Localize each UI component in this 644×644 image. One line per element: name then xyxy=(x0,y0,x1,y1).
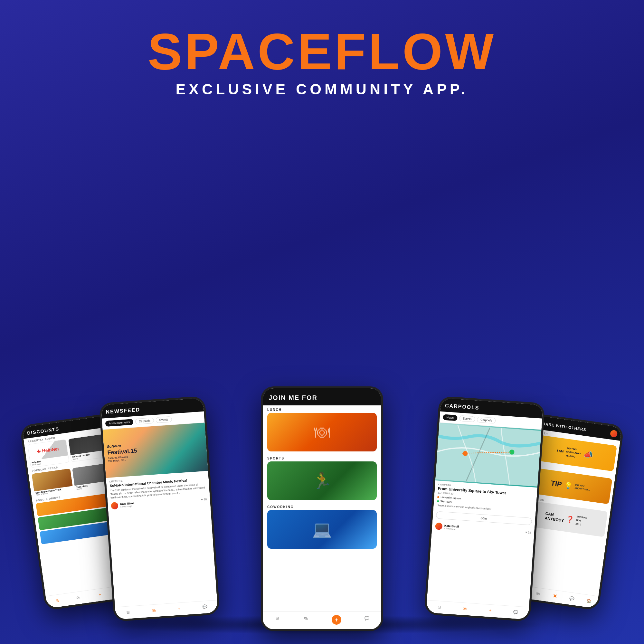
carpool-likes: ♥ 28 xyxy=(525,531,531,534)
tip-text: TIP xyxy=(550,479,563,489)
lunch-icon: 🍽 xyxy=(314,423,330,441)
bottom-nav-3: ⊟ 🛍 + 💬 xyxy=(263,611,381,629)
tip-did-you: DID YOUKNOW THAT... xyxy=(574,483,591,492)
sports-label: SPORTS xyxy=(263,454,381,461)
sports-icon: 🏃 xyxy=(312,471,332,490)
tab-carpools-tab[interactable]: Carpools xyxy=(477,417,496,424)
nav-home-icon-2[interactable]: ⊟ xyxy=(125,609,131,616)
header: SPACEFLOW EXCLUSIVE COMMUNITY APP. xyxy=(0,0,644,111)
post-festival-image: SoNoRo Festival.15 Pasărea MăiastrăThe M… xyxy=(102,423,208,478)
tip-content: TIP 💡 DID YOUKNOW THAT... xyxy=(547,475,594,496)
festival-overlay: SoNoRo Festival.15 Pasărea MăiastrăThe M… xyxy=(102,423,208,478)
coworking-card[interactable]: 💻 xyxy=(267,510,377,549)
tab-carpools[interactable]: Carpools xyxy=(135,418,154,425)
coworking-label: COWORKING xyxy=(263,503,381,510)
phones-container: DISCOUNTS RECENTLY ADDED ✚ HelpNet Help … xyxy=(16,193,628,644)
phone-join: JOIN ME FOR LUNCH 🍽 SPORTS 🏃 COWORKING 💻 xyxy=(261,386,383,631)
question-content: CANANYBODY ❓ BORROWGIVESELL xyxy=(541,507,591,531)
offer-options: RENTINGGIVING AWAYSELLING xyxy=(565,446,582,459)
carpool-map xyxy=(435,423,542,488)
nav-plus-icon-3[interactable]: + xyxy=(332,615,341,625)
brand-title: SPACEFLOW xyxy=(0,26,644,77)
author-avatar xyxy=(111,502,118,509)
screen-newsfeed: NEWSFEED Announcements Carpools Events S… xyxy=(101,398,218,620)
nav-home-icon[interactable]: ⊟ xyxy=(53,597,61,604)
nav-bag-icon-5[interactable]: 🛍 xyxy=(534,590,542,598)
to-dot xyxy=(437,500,439,502)
nav-bag-icon-2[interactable]: 🛍 xyxy=(150,607,157,614)
carpool-author-info: Kate Stroll 4 hours ago xyxy=(444,524,459,530)
offer-main-text: I AM xyxy=(557,449,564,453)
author-info: Kate Stroll 4 hours ago xyxy=(120,501,135,508)
nav-bag-icon-3[interactable]: 🛍 xyxy=(303,615,309,621)
nav-home2-icon-5[interactable]: 🏠 xyxy=(585,597,593,605)
sports-section: SPORTS 🏃 xyxy=(263,454,381,500)
map-svg xyxy=(435,423,542,488)
coworking-section: COWORKING 💻 xyxy=(263,503,381,549)
question-mark-icon: ❓ xyxy=(566,515,575,524)
helpnet-logo: ✚ HelpNet xyxy=(37,446,59,454)
post-likes: ♥ 28 xyxy=(201,497,207,501)
carpool-author-avatar xyxy=(435,522,442,530)
coworking-icon: 💻 xyxy=(312,520,332,539)
lunch-card[interactable]: 🍽 xyxy=(267,413,377,451)
tab-events[interactable]: Events xyxy=(459,415,475,422)
screen-carpools: CARPOOLS News Events Carpools xyxy=(426,398,543,620)
screen-join: JOIN ME FOR LUNCH 🍽 SPORTS 🏃 COWORKING 💻 xyxy=(263,388,381,629)
lunch-label: LUNCH xyxy=(263,405,381,413)
megaphone-icon: 📣 xyxy=(583,450,594,460)
nav-bag-icon-4[interactable]: 🛍 xyxy=(461,605,468,612)
phone-newsfeed: NEWSFEED Announcements Carpools Events S… xyxy=(99,396,220,621)
share-avatar xyxy=(610,430,618,438)
nav-home-icon-3[interactable]: ⊟ xyxy=(274,615,280,621)
nav-chat-icon-3[interactable]: 💬 xyxy=(364,615,370,621)
nav-plus-icon-4[interactable]: + xyxy=(487,607,494,614)
question-sub: BORROWGIVESELL xyxy=(575,515,587,527)
offer-content: I AM RENTINGGIVING AWAYSELLING 📣 xyxy=(553,441,597,465)
to-location: Sky Tower xyxy=(440,500,452,504)
join-header: JOIN ME FOR xyxy=(263,388,381,405)
sports-card[interactable]: 🏃 xyxy=(267,461,377,500)
nav-plus-icon[interactable]: + xyxy=(96,591,104,598)
nav-bag-icon[interactable]: 🛍 xyxy=(75,594,82,601)
brand-subtitle: EXCLUSIVE COMMUNITY APP. xyxy=(0,81,644,98)
nav-chat-icon-4[interactable]: 💬 xyxy=(512,609,519,616)
tab-events[interactable]: Events xyxy=(156,416,172,423)
nav-plus-icon-5[interactable]: ✕ xyxy=(551,592,559,600)
nav-chat-icon-2[interactable]: 💬 xyxy=(201,603,208,610)
bottom-nav-2: ⊟ 🛍 + 💬 xyxy=(115,600,218,620)
lunch-section: LUNCH 🍽 xyxy=(263,405,381,451)
bottom-nav-4: ⊟ 🛍 + 💬 xyxy=(426,600,529,620)
nav-chat-icon-5[interactable]: 💬 xyxy=(568,595,576,602)
tab-announcements[interactable]: Announcements xyxy=(105,419,134,427)
tab-news[interactable]: News xyxy=(443,414,458,421)
nav-home-icon-4[interactable]: ⊟ xyxy=(436,603,442,610)
from-dot xyxy=(437,496,439,498)
question-main: CANANYBODY xyxy=(545,511,565,523)
phone-carpools: CARPOOLS News Events Carpools xyxy=(424,396,545,621)
lightbulb-icon: 💡 xyxy=(564,481,573,490)
from-location: University Square xyxy=(440,496,461,500)
nav-plus-icon-2[interactable]: + xyxy=(176,605,183,612)
